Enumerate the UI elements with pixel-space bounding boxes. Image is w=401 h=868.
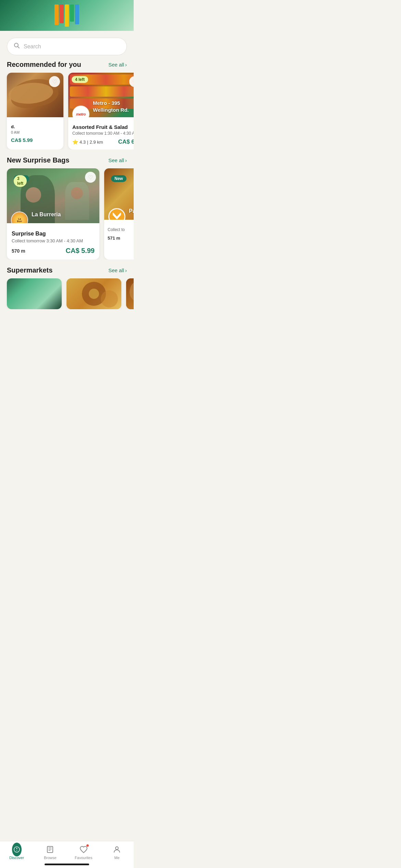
burreria-product-name: Surprise Bag bbox=[12, 231, 95, 237]
supermarket-card-1[interactable] bbox=[7, 278, 62, 309]
pastel-bg: New Pastel bbox=[104, 168, 134, 220]
metro-rating-value: 4.3 bbox=[80, 140, 86, 145]
pastel-footer: 571 m bbox=[108, 236, 134, 241]
metro-store-name: Metro - 395Wellington Rd. bbox=[93, 100, 134, 113]
recommended-cards-scroll: ♡ d. 0 AM CA$ 5.99 bbox=[0, 73, 134, 149]
burreria-surprise-card[interactable]: New 3 left ♡ LaBurr La Burreria Surprise… bbox=[7, 168, 99, 260]
surprise-bags-title: New Surprise Bags bbox=[7, 156, 69, 164]
metro-product-name: Assorted Fruit & Salad bbox=[72, 124, 134, 130]
metro-card-meta: ⭐ 4.3 | 2.9 km CA$ 6.9 bbox=[72, 138, 134, 145]
recommended-section: Recommended for you See all › ♡ d. bbox=[0, 61, 134, 149]
burreria-heart-button[interactable]: ♡ bbox=[85, 172, 96, 183]
surprise-see-all[interactable]: See all › bbox=[108, 157, 127, 163]
donut-bg bbox=[66, 278, 121, 309]
burreria-price: CA$ 5.99 bbox=[66, 247, 95, 255]
search-icon bbox=[13, 42, 20, 51]
metro-card-body: Assorted Fruit & Salad Collect tomorrow … bbox=[68, 117, 134, 149]
heart-button-partial[interactable]: ♡ bbox=[49, 76, 60, 87]
search-container: Search bbox=[0, 35, 134, 61]
surprise-cards-scroll: New 3 left ♡ LaBurr La Burreria Surprise… bbox=[0, 168, 134, 260]
pastel-store-name: Pastel bbox=[129, 208, 134, 214]
metro-badge: 4 left bbox=[72, 76, 88, 83]
recommended-title: Recommended for you bbox=[7, 61, 81, 69]
pastel-card-body: Collect to 571 m bbox=[104, 220, 134, 244]
supermarket-card-3[interactable] bbox=[126, 278, 134, 309]
search-placeholder: Search bbox=[24, 44, 120, 50]
recommended-see-all[interactable]: See all › bbox=[108, 62, 127, 68]
partial-price: CA$ 5.99 bbox=[11, 137, 59, 143]
metro-separator: | bbox=[87, 140, 88, 145]
recommended-header: Recommended for you See all › bbox=[0, 61, 134, 73]
metro-rec-card[interactable]: 4 left ♡ metro Metro - 395Wellington Rd.… bbox=[68, 73, 134, 149]
pastel-collect: Collect to bbox=[108, 227, 134, 232]
partial-store-name: d. bbox=[11, 124, 59, 129]
star-icon: ⭐ bbox=[72, 139, 78, 145]
pastel-distance: 571 m bbox=[108, 236, 120, 241]
pastel-logo bbox=[108, 208, 125, 220]
pastel-card-image: New Pastel bbox=[104, 168, 134, 220]
pastel-logo-inner bbox=[109, 209, 124, 220]
burreria-store-name: La Burreria bbox=[32, 212, 61, 218]
surprise-bags-header: New Surprise Bags See all › bbox=[0, 156, 134, 168]
supermarkets-header: Supermarkets See all › bbox=[0, 266, 134, 278]
supermarkets-cards-scroll bbox=[0, 278, 134, 309]
burreria-logo-inner: LaBurr bbox=[12, 212, 27, 223]
pastel-card[interactable]: New Pastel bbox=[104, 168, 134, 260]
metro-logo-text: metro bbox=[76, 112, 86, 116]
left-badge: 3 left bbox=[14, 175, 27, 187]
partial-collect-time: 0 AM bbox=[11, 130, 59, 134]
metro-card-image: 4 left ♡ metro Metro - 395Wellington Rd. bbox=[68, 73, 134, 117]
supermarkets-section: Supermarkets See all › bbox=[0, 266, 134, 309]
chevron-right-icon-3: › bbox=[125, 267, 127, 273]
rec-card-partial-body: d. 0 AM CA$ 5.99 bbox=[7, 117, 63, 147]
search-bar[interactable]: Search bbox=[7, 38, 127, 55]
supermarket-card-2[interactable] bbox=[66, 278, 121, 309]
supermarkets-title: Supermarkets bbox=[7, 266, 52, 274]
chevron-right-icon: › bbox=[125, 62, 127, 68]
rec-card-partial[interactable]: ♡ d. 0 AM CA$ 5.99 bbox=[7, 73, 63, 149]
shelf-bg bbox=[7, 278, 62, 309]
burreria-footer: 570 m CA$ 5.99 bbox=[12, 247, 95, 255]
chevron-right-icon-2: › bbox=[125, 157, 127, 163]
burreria-card-image: New 3 left ♡ LaBurr La Burreria bbox=[7, 168, 99, 223]
burreria-collect-time: Collect tomorrow 3:30 AM - 4:30 AM bbox=[12, 238, 95, 243]
surprise-bags-section: New Surprise Bags See all › bbox=[0, 156, 134, 260]
metro-distance: 2.9 km bbox=[89, 140, 103, 145]
metro-collect-time: Collect tomorrow 1:30 AM - 4:30 AM bbox=[72, 131, 134, 136]
supermarkets-see-all[interactable]: See all › bbox=[108, 267, 127, 273]
metro-rating: ⭐ 4.3 | 2.9 km bbox=[72, 139, 103, 145]
croissant-image: ♡ bbox=[7, 73, 63, 117]
burreria-distance: 570 m bbox=[12, 248, 25, 254]
burreria-card-body: Surprise Bag Collect tomorrow 3:30 AM - … bbox=[7, 223, 99, 260]
pastel-new-badge: New bbox=[111, 175, 126, 182]
metro-price: CA$ 6.9 bbox=[118, 138, 134, 145]
main-content: Recommended for you See all › ♡ d. bbox=[0, 61, 134, 350]
pastry-bg bbox=[126, 278, 134, 309]
